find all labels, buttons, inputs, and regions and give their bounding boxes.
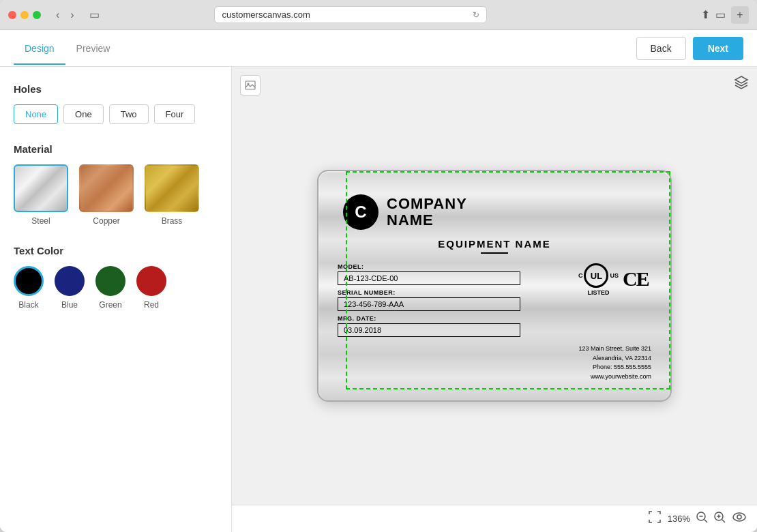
svg-marker-2: [735, 76, 747, 83]
blue-label: Blue: [61, 300, 78, 310]
svg-point-11: [733, 513, 745, 521]
color-blue[interactable]: Blue: [55, 266, 85, 310]
refresh-icon[interactable]: ↻: [473, 10, 479, 20]
url-bar[interactable]: customerscanvas.com ↻: [214, 6, 487, 23]
fullscreen-button[interactable]: [649, 511, 661, 527]
brass-swatch: [145, 164, 199, 212]
main-layout: Holes None One Two Four Material Steel: [0, 67, 757, 532]
canvas-content: C COMPANY NAME EQUIPMENT NAME: [232, 67, 757, 505]
share-button[interactable]: ⬆: [701, 8, 710, 21]
zoom-out-button[interactable]: [696, 511, 708, 527]
sidebar: Holes None One Two Four Material Steel: [0, 67, 232, 532]
holes-section-title: Holes: [14, 83, 218, 95]
material-steel[interactable]: Steel: [14, 164, 68, 226]
sidebar-toggle-button[interactable]: ▭: [84, 7, 105, 23]
material-copper[interactable]: Copper: [79, 164, 134, 226]
back-nav-button[interactable]: ‹: [52, 8, 63, 23]
selection-box: [346, 171, 670, 389]
tab-design[interactable]: Design: [14, 32, 65, 65]
svg-line-10: [722, 520, 725, 522]
copper-swatch: [79, 164, 134, 212]
tabs-area: Design Preview: [14, 32, 121, 65]
holes-options: None One Two Four: [14, 104, 218, 124]
tab-preview[interactable]: Preview: [65, 32, 121, 65]
zoom-level: 136%: [668, 514, 690, 524]
hole-option-one[interactable]: One: [63, 104, 104, 124]
svg-rect-0: [246, 81, 255, 89]
layers-icon[interactable]: [734, 75, 749, 93]
blue-circle: [55, 266, 85, 296]
color-red[interactable]: Red: [136, 266, 166, 310]
copper-label: Copper: [93, 216, 119, 226]
brass-label: Brass: [162, 216, 183, 226]
text-color-section-title: Text Color: [14, 245, 218, 256]
new-tab-button[interactable]: +: [731, 6, 749, 24]
material-brass[interactable]: Brass: [145, 164, 199, 226]
color-black[interactable]: Black: [14, 266, 44, 310]
next-button[interactable]: Next: [693, 37, 743, 60]
canvas-bottom: 136%: [232, 505, 757, 532]
metal-plate: C COMPANY NAME EQUIPMENT NAME: [317, 170, 672, 402]
svg-line-6: [704, 520, 707, 522]
back-button[interactable]: Back: [636, 37, 686, 60]
red-label: Red: [144, 300, 159, 310]
steel-swatch: [14, 164, 68, 212]
minimize-button[interactable]: [20, 11, 29, 19]
close-button[interactable]: [8, 11, 16, 19]
green-circle: [95, 266, 125, 296]
color-green[interactable]: Green: [95, 266, 125, 310]
material-section-title: Material: [14, 143, 218, 155]
maximize-button[interactable]: [33, 11, 41, 19]
zoom-in-button[interactable]: [713, 511, 726, 527]
black-circle: [14, 266, 44, 296]
traffic-lights: [8, 11, 41, 19]
duplicate-button[interactable]: ▭: [715, 8, 726, 21]
hole-option-four[interactable]: Four: [154, 104, 196, 124]
green-label: Green: [99, 300, 121, 310]
hole-option-two[interactable]: Two: [109, 104, 149, 124]
steel-label: Steel: [31, 216, 50, 226]
image-icon[interactable]: [240, 75, 261, 95]
material-options: Steel Copper Brass: [14, 164, 218, 226]
top-nav: Design Preview Back Next: [0, 30, 757, 67]
title-bar: ‹ › ▭ customerscanvas.com ↻ ⬆ ▭ +: [0, 0, 757, 30]
forward-nav-button[interactable]: ›: [66, 8, 78, 23]
black-label: Black: [18, 300, 38, 310]
hole-option-none[interactable]: None: [14, 104, 58, 124]
app-content: Design Preview Back Next Holes None One …: [0, 30, 757, 532]
color-options: Black Blue Green Red: [14, 266, 218, 310]
svg-point-12: [737, 515, 741, 519]
visibility-button[interactable]: [732, 511, 746, 527]
zoom-controls: 136%: [668, 511, 726, 527]
url-text: customerscanvas.com: [222, 10, 310, 20]
red-circle: [136, 266, 166, 296]
canvas-area: C COMPANY NAME EQUIPMENT NAME: [232, 67, 757, 532]
